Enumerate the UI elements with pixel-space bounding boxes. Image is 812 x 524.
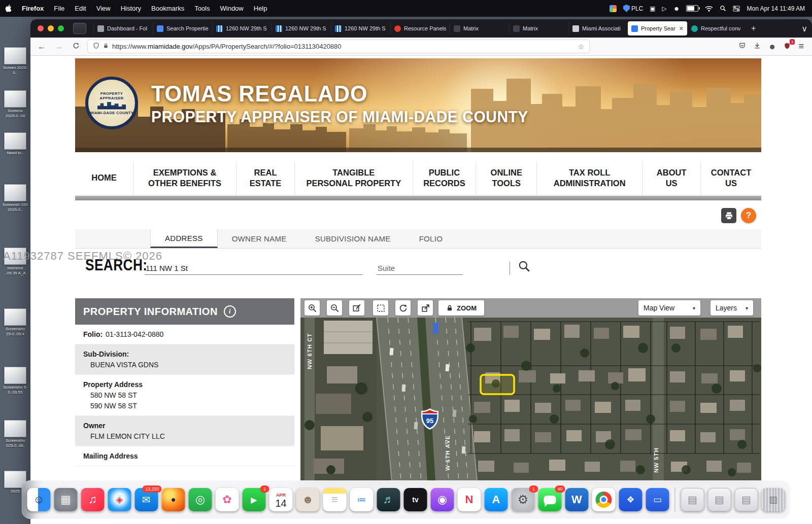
tab-search-properties[interactable]: Search Propertie — [153, 21, 212, 36]
layers-dropdown[interactable]: Layers▾ — [710, 300, 753, 316]
map-zoom-in-button[interactable] — [304, 300, 320, 316]
back-button[interactable]: ← — [36, 42, 48, 51]
menu-view[interactable]: View — [91, 5, 116, 12]
forward-button[interactable]: → — [53, 42, 65, 51]
reload-button[interactable] — [70, 42, 82, 51]
dock-notes[interactable]: ≡ — [323, 488, 347, 511]
map-zoom-out-button[interactable] — [327, 300, 342, 316]
dock-trash[interactable]: ▥ — [762, 488, 785, 511]
tab-matrix-2[interactable]: Matrix — [509, 21, 568, 36]
nav-real-estate[interactable]: REAL ESTATE — [236, 161, 294, 195]
lock-icon[interactable] — [103, 43, 109, 51]
dock-settings[interactable]: ⚙1 — [512, 488, 535, 511]
bookmark-star-icon[interactable]: ☆ — [578, 43, 584, 51]
address-search-input[interactable] — [145, 262, 362, 275]
tab-address[interactable]: ADDRESS — [150, 229, 218, 248]
tab-1260-nw-29th-3[interactable]: 1260 NW 29th S — [331, 21, 390, 36]
menu-window[interactable]: Window — [215, 5, 249, 12]
tab-property-search-active[interactable]: Property Sear✕ — [628, 21, 687, 36]
dock-dropbox[interactable]: ❖ — [619, 488, 642, 511]
dock-garageband[interactable]: ♬ — [377, 488, 400, 511]
menu-history[interactable]: History — [116, 5, 146, 12]
dock-minimized-window-2[interactable]: ▤ — [708, 488, 731, 511]
dock-facetime[interactable]: ▶1 — [243, 488, 266, 511]
url-bar[interactable]: https://www.miamidade.gov/Apps/PA/Proper… — [87, 40, 590, 53]
minimize-window-button[interactable] — [48, 25, 54, 31]
plc-shield-icon[interactable]: PLC — [623, 5, 643, 12]
firefox-view-icon[interactable] — [73, 23, 86, 34]
search-submit-icon[interactable] — [518, 260, 531, 275]
desktop-file[interactable]: Screensho 025-0..48. — [2, 420, 28, 448]
playback-icon[interactable]: ▷ — [662, 5, 667, 12]
control-center-icon[interactable] — [733, 6, 740, 12]
dock-apple-tv[interactable]: tv — [404, 488, 427, 511]
dock-podcasts[interactable]: ◉ — [431, 488, 454, 511]
dock-firefox[interactable]: ● — [162, 488, 185, 511]
info-icon[interactable]: i — [224, 305, 236, 318]
dock-news[interactable]: N — [458, 488, 481, 511]
map-sketch-button[interactable] — [349, 300, 364, 316]
extension-grid-icon[interactable] — [610, 5, 617, 12]
tab-folio[interactable]: FOLIO — [405, 229, 457, 248]
desktop-file[interactable]: Screen 2025-0.. — [2, 47, 28, 75]
nav-about-us[interactable]: ABOUT US — [642, 161, 700, 195]
dock-messages[interactable]: 40 — [538, 488, 562, 511]
menu-file[interactable]: File — [49, 5, 70, 12]
menu-help[interactable]: Help — [249, 5, 273, 12]
downloads-icon[interactable] — [754, 42, 761, 51]
battery-icon[interactable] — [686, 5, 698, 12]
dock-calendar[interactable]: APR14 — [269, 488, 293, 511]
desktop-file[interactable]: Screensho 5-0..09.55 — [2, 367, 28, 395]
dock-music[interactable]: ♫ — [81, 488, 105, 511]
new-tab-button[interactable]: + — [747, 24, 760, 33]
dock-safari[interactable]: ◈ — [108, 488, 131, 511]
menu-edit[interactable]: Edit — [70, 5, 91, 12]
print-button[interactable] — [721, 208, 736, 223]
dock-launchpad[interactable]: ▦ — [54, 488, 78, 511]
desktop-file[interactable]: Screensho 25-0..09.4 — [2, 308, 28, 336]
tab-owner-name[interactable]: OWNER NAME — [218, 229, 301, 248]
nav-public-records[interactable]: PUBLIC RECORDS — [413, 161, 476, 195]
desktop-file[interactable]: Screens 2025-0..08 — [2, 90, 28, 118]
close-window-button[interactable] — [38, 25, 44, 31]
dock-contacts[interactable]: ☻ — [296, 488, 320, 511]
tab-resource-panels[interactable]: Resource Panels — [390, 21, 450, 36]
suite-input[interactable] — [377, 262, 463, 275]
desktop-file[interactable]: Screensh S50 2025-0.. — [2, 184, 28, 212]
dock-minimized-window-3[interactable]: ▤ — [735, 488, 758, 511]
map-select-button[interactable] — [373, 300, 388, 316]
menu-firefox[interactable]: Firefox — [17, 5, 49, 12]
nav-online-tools[interactable]: ONLINE TOOLS — [476, 161, 536, 195]
hamburger-menu-icon[interactable]: ≡ — [798, 41, 804, 52]
nav-tax-roll-administration[interactable]: TAX ROLL ADMINISTRATION — [536, 161, 642, 195]
tab-miami-association[interactable]: Miami Associati — [568, 21, 628, 36]
nav-exemptions[interactable]: EXEMPTIONS & OTHER BENEFITS — [133, 161, 236, 195]
map-zoom-mode-button[interactable]: ZOOM — [438, 300, 484, 316]
dock-reminders[interactable]: ≔ — [350, 488, 374, 511]
zoom-window-button[interactable] — [58, 25, 64, 31]
dock-word[interactable]: W — [565, 488, 589, 511]
tab-respectful-conv[interactable]: Respectful conv — [687, 21, 747, 36]
dock-display[interactable]: ▭ — [646, 488, 669, 511]
tab-1260-nw-29th-1[interactable]: 1260 NW 29th S — [212, 21, 272, 36]
dock-chrome[interactable] — [592, 488, 616, 511]
aerial-map[interactable]: 95 — [300, 318, 761, 481]
dock-mail[interactable]: ✉13,250 — [135, 488, 158, 511]
help-button[interactable]: ? — [741, 208, 756, 223]
nav-tangible-personal-property[interactable]: TANGIBLE PERSONAL PROPERTY — [294, 161, 413, 195]
apple-menu-icon[interactable] — [0, 5, 17, 12]
user-account-icon[interactable]: ☻ — [673, 5, 680, 12]
dock-minimized-window-1[interactable]: ▤ — [681, 488, 704, 511]
spotlight-search-icon[interactable] — [720, 5, 726, 12]
wifi-icon[interactable] — [705, 6, 713, 12]
menu-clock[interactable]: Mon Apr 14 11:49 AM — [747, 5, 805, 12]
menu-bookmarks[interactable]: Bookmarks — [146, 5, 189, 12]
account-icon[interactable]: ☻ — [768, 42, 776, 51]
tab-matrix-1[interactable]: Matrix — [450, 21, 509, 36]
tracking-shield-icon[interactable] — [93, 42, 99, 51]
dock-finder[interactable]: ☺ — [27, 488, 51, 511]
dock-find-my[interactable]: ◎ — [189, 488, 212, 511]
tab-close-icon[interactable]: ✕ — [679, 25, 684, 32]
all-tabs-button[interactable]: ∨ — [797, 24, 812, 33]
desktop-file[interactable]: Need to.. — [2, 132, 28, 156]
